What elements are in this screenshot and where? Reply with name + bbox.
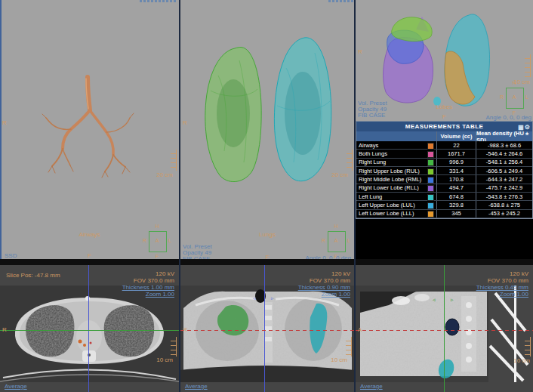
viewport-coronal-ct[interactable]: 120 kV FOV 370.0 mm Thickness 0.90 mm Zo… [180, 265, 355, 392]
viewport-axial-ct[interactable]: Slice Pos: -47.8 mm 120 kV FOV 370.0 mm … [0, 265, 179, 392]
cube-frame [149, 231, 167, 252]
column-header-structure [356, 131, 437, 141]
scale-label: 10 cm [156, 357, 173, 363]
density-value: -453 ± 245.2 [476, 210, 532, 218]
volume-value: 170.8 [437, 175, 476, 183]
density-value: -638.8 ± 275 [476, 201, 532, 208]
table-row[interactable]: Both Lungs 1671.7 -546.4 ± 264.6 [356, 150, 532, 158]
crosshair-rotate-handle-left[interactable]: ◃ [253, 295, 256, 301]
crosshair-vertical[interactable] [444, 265, 445, 392]
density-value: -546.4 ± 264.6 [476, 150, 532, 157]
table-lower-spacer [356, 219, 533, 262]
structure-label: Left Upper Lobe (LUL) [359, 202, 415, 208]
kv-readout: 120 kV [156, 270, 174, 277]
table-row[interactable]: Left Lower Lobe (LLL) 345 -453 ± 245.2 [356, 210, 532, 218]
airways-3d-render[interactable] [0, 0, 179, 259]
volume-value: 22 [437, 141, 476, 149]
scale-label: 20 cm [156, 171, 173, 178]
volume-value: 494.7 [437, 184, 476, 192]
volume-value: 329.8 [437, 201, 476, 208]
zoom-control[interactable]: Zoom 1.00 [322, 291, 350, 298]
measurements-table-titlebar[interactable]: MEASUREMENTS TABLE ▦⚙ [356, 122, 532, 131]
scale-label: 10 cm [331, 357, 347, 363]
density-value: -548.1 ± 256.4 [476, 159, 532, 166]
crosshair-horizontal[interactable] [0, 330, 179, 331]
table-row[interactable]: Right Middle Lobe (RML) 170.8 -644.3 ± 2… [356, 175, 532, 184]
orientation-cube[interactable]: H R A L F [499, 80, 529, 116]
slice-position-readout: Slice Pos: -47.8 mm [6, 272, 60, 279]
clipped-overlay-text [140, 0, 176, 2]
cube-letter-h: H [321, 224, 351, 230]
structure-color-swatch [427, 185, 434, 192]
kv-readout: 120 kV [331, 270, 350, 277]
structure-label: Right Lung [359, 159, 386, 165]
angle-readout[interactable]: Angle 0, 0, 0 deg [306, 255, 352, 259]
zoom-control[interactable]: Zoom 1.00 [500, 291, 528, 298]
structure-label: Both Lungs [359, 150, 387, 157]
crosshair-vertical[interactable] [88, 265, 89, 392]
crosshair-rotate-handle-left[interactable]: ◃ [433, 297, 436, 302]
left-edge-accent [0, 0, 2, 259]
orientation-letter-bottom: F [0, 252, 179, 259]
density-value: -543.8 ± 276.3 [476, 193, 532, 200]
measurements-table-body: Airways 22 -988.3 ± 68.6 Both Lungs 1671… [356, 141, 532, 218]
lungs-3d-render[interactable] [180, 0, 354, 259]
projection-mode-button[interactable]: Average [185, 383, 208, 390]
table-row[interactable]: Right Upper Lobe (RUL) 331.4 -606.5 ± 24… [356, 167, 532, 175]
measurements-table: MEASUREMENTS TABLE ▦⚙ Volume (cc) Mean d… [356, 121, 533, 219]
axial-ct-image[interactable] [0, 286, 179, 382]
lung-analysis-app: R 20 cm Airways H R A L F SSD F R 20 cm … [0, 0, 533, 392]
scale-ruler [346, 337, 352, 357]
cube-frame [328, 231, 346, 252]
orientation-letter-left: R [2, 119, 7, 126]
viewport-airways-3d[interactable]: R 20 cm Airways H R A L F SSD F [0, 0, 179, 259]
measurements-table-title: MEASUREMENTS TABLE [405, 123, 484, 130]
orientation-letter-left: R [358, 48, 362, 55]
cube-letter-h: H [142, 224, 172, 230]
viewport-lobes-3d[interactable]: R 10 cm Lobes H R A L F Vol. Preset Opac… [356, 0, 533, 121]
volume-value: 674.8 [437, 193, 476, 200]
scale-label: 20 cm [331, 171, 348, 178]
table-row[interactable]: Right Lower Lobe (RLL) 494.7 -475.7 ± 24… [356, 184, 532, 193]
kv-readout: 120 kV [510, 270, 528, 277]
cube-letter-l: L [347, 238, 350, 244]
row-divider [0, 259, 533, 265]
orientation-letter-left: A [358, 326, 362, 333]
projection-mode-button[interactable]: Average [5, 383, 27, 390]
coronal-ct-image[interactable] [180, 286, 355, 382]
crosshair-rotate-handle-right[interactable]: ▹ [451, 297, 454, 302]
crosshair-horizontal[interactable] [356, 330, 533, 331]
viewport-lungs-3d[interactable]: R 20 cm Lungs H R A L F Vol. Preset Opac… [180, 0, 354, 259]
table-row[interactable]: Left Upper Lobe (LUL) 329.8 -638.8 ± 275 [356, 201, 532, 209]
viewport-separator [354, 0, 356, 392]
table-row[interactable]: Left Lung 674.8 -543.8 ± 276.3 [356, 193, 532, 201]
measurements-table-header: Volume (cc) Mean density (HU ± SD) [356, 131, 532, 141]
density-value: -475.7 ± 242.9 [476, 184, 532, 192]
scale-ruler [347, 150, 353, 171]
angle-readout[interactable]: Angle 0, 0, 0 deg [486, 114, 532, 121]
structure-color-swatch [427, 159, 434, 166]
crosshair-horizontal[interactable] [180, 330, 355, 331]
table-settings-icon[interactable]: ⚙ [525, 124, 531, 131]
zoom-control[interactable]: Zoom 1.00 [146, 291, 174, 298]
fov-readout: FOV 370.0 mm [134, 277, 174, 284]
orientation-letter-left: R [2, 326, 7, 333]
crosshair-rotate-handle-right[interactable]: ▹ [271, 295, 274, 301]
viewport-sagittal-ct[interactable]: 120 kV FOV 370.0 mm Thickness 0.45 mm Zo… [356, 265, 533, 392]
table-row[interactable]: Right Lung 996.9 -548.1 ± 256.4 [356, 159, 532, 167]
crosshair-vertical[interactable] [264, 265, 265, 392]
fov-readout: FOV 370.0 mm [488, 277, 528, 284]
scale-ruler [525, 337, 531, 357]
volume-value: 331.4 [437, 167, 476, 174]
structure-label: Left Lung [359, 193, 382, 200]
projection-mode-button[interactable]: Average [360, 383, 383, 390]
thickness-control[interactable]: Thickness 1.00 mm [122, 284, 174, 291]
thickness-control[interactable]: Thickness 0.90 mm [298, 284, 350, 291]
clipped-overlay-text [328, 0, 354, 2]
table-row[interactable]: Airways 22 -988.3 ± 68.6 [356, 141, 532, 150]
export-table-icon[interactable]: ▦ [518, 124, 525, 131]
thickness-control[interactable]: Thickness 0.45 mm [476, 284, 528, 291]
column-header-density: Mean density (HU ± SD) [476, 131, 532, 141]
volume-value: 996.9 [437, 159, 476, 166]
cube-letter-h: H [499, 80, 529, 86]
